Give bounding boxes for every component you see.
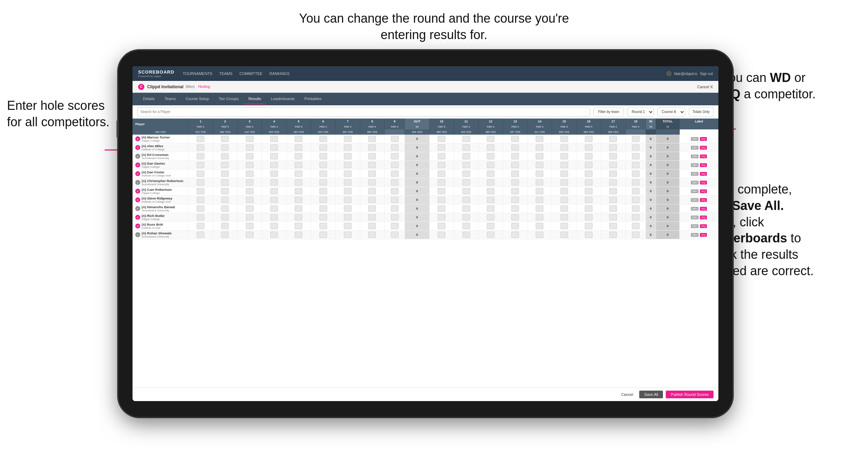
score-h9[interactable]	[384, 222, 405, 231]
nav-teams[interactable]: TEAMS	[219, 70, 233, 77]
score-input-h15[interactable]	[560, 171, 568, 177]
score-input-h18[interactable]	[632, 197, 640, 203]
score-h18[interactable]	[625, 213, 646, 222]
score-h2[interactable]	[213, 196, 237, 204]
score-h1[interactable]	[188, 161, 213, 170]
score-input-h4[interactable]	[270, 171, 278, 177]
dq-button[interactable]: DQ	[700, 198, 707, 202]
score-h6[interactable]	[311, 143, 335, 152]
score-input-h7[interactable]	[344, 144, 352, 151]
score-input-h3[interactable]	[246, 171, 254, 177]
score-input-h14[interactable]	[536, 214, 543, 220]
score-input-h17[interactable]	[609, 223, 617, 229]
score-h2[interactable]	[213, 178, 237, 187]
wd-button[interactable]: WD	[691, 181, 698, 184]
score-h2[interactable]	[213, 143, 237, 152]
score-h1[interactable]	[188, 170, 213, 178]
score-input-h10[interactable]	[438, 171, 445, 177]
score-input-h5[interactable]	[295, 188, 302, 194]
score-input-h6[interactable]	[319, 214, 327, 220]
score-h6[interactable]	[311, 213, 335, 222]
score-input-h4[interactable]	[270, 162, 278, 168]
score-input-h3[interactable]	[246, 144, 254, 151]
score-input-h1[interactable]	[197, 153, 204, 159]
score-input-h3[interactable]	[246, 205, 254, 212]
publish-button[interactable]: Publish Round Scores	[666, 391, 714, 398]
score-input-h8[interactable]	[368, 188, 376, 194]
score-h16[interactable]	[576, 222, 601, 231]
score-h4[interactable]	[262, 178, 286, 187]
score-input-h3[interactable]	[246, 232, 254, 238]
score-input-h12[interactable]	[487, 223, 495, 229]
score-h17[interactable]	[601, 222, 625, 231]
score-h15[interactable]	[552, 178, 576, 187]
score-h15[interactable]	[552, 204, 576, 213]
score-input-h8[interactable]	[368, 144, 376, 151]
score-input-h11[interactable]	[462, 223, 470, 229]
score-h2[interactable]	[213, 135, 237, 143]
score-h3[interactable]	[237, 135, 262, 143]
score-h8[interactable]	[360, 152, 384, 161]
nav-rankings[interactable]: RANKINGS	[270, 70, 289, 77]
score-h12[interactable]	[478, 213, 503, 222]
score-input-h15[interactable]	[560, 153, 568, 159]
score-h17[interactable]	[601, 170, 625, 178]
score-h10[interactable]	[429, 222, 454, 231]
score-h10[interactable]	[429, 161, 454, 170]
score-h4[interactable]	[262, 143, 286, 152]
score-h5[interactable]	[286, 152, 311, 161]
score-h12[interactable]	[478, 222, 503, 231]
score-h8[interactable]	[360, 161, 384, 170]
score-input-h8[interactable]	[368, 232, 376, 238]
score-input-h17[interactable]	[609, 188, 617, 194]
score-input-h14[interactable]	[536, 223, 543, 229]
score-h10[interactable]	[429, 213, 454, 222]
score-h14[interactable]	[527, 204, 552, 213]
score-input-h11[interactable]	[462, 162, 470, 168]
score-h2[interactable]	[213, 231, 237, 239]
score-h2[interactable]	[213, 204, 237, 213]
wd-button[interactable]: WD	[691, 224, 698, 228]
wd-button[interactable]: WD	[691, 137, 698, 141]
score-input-h8[interactable]	[368, 179, 376, 186]
score-h10[interactable]	[429, 135, 454, 143]
score-h8[interactable]	[360, 196, 384, 204]
score-h18[interactable]	[625, 204, 646, 213]
score-h13[interactable]	[503, 196, 527, 204]
score-h1[interactable]	[188, 231, 213, 239]
score-input-h1[interactable]	[197, 179, 204, 186]
score-input-h7[interactable]	[344, 188, 352, 194]
score-input-h1[interactable]	[197, 144, 204, 151]
score-input-h17[interactable]	[609, 136, 617, 142]
score-h11[interactable]	[454, 187, 478, 196]
score-h16[interactable]	[576, 213, 601, 222]
score-input-h7[interactable]	[344, 214, 352, 220]
score-input-h15[interactable]	[560, 232, 568, 238]
score-h14[interactable]	[527, 187, 552, 196]
score-h14[interactable]	[527, 178, 552, 187]
score-h13[interactable]	[503, 135, 527, 143]
score-input-h1[interactable]	[197, 214, 204, 220]
score-h12[interactable]	[478, 143, 503, 152]
score-input-h3[interactable]	[246, 197, 254, 203]
score-input-h6[interactable]	[319, 162, 327, 168]
score-input-h6[interactable]	[319, 232, 327, 238]
score-input-h16[interactable]	[585, 223, 592, 229]
score-input-h6[interactable]	[319, 188, 327, 194]
score-input-h11[interactable]	[462, 197, 470, 203]
score-h6[interactable]	[311, 204, 335, 213]
score-h8[interactable]	[360, 213, 384, 222]
course-select[interactable]: Course A	[657, 107, 685, 116]
score-h4[interactable]	[262, 204, 286, 213]
score-input-h12[interactable]	[487, 162, 495, 168]
score-h13[interactable]	[503, 152, 527, 161]
score-h3[interactable]	[237, 178, 262, 187]
score-h18[interactable]	[625, 161, 646, 170]
score-h16[interactable]	[576, 231, 601, 239]
score-h17[interactable]	[601, 187, 625, 196]
score-input-h6[interactable]	[319, 153, 327, 159]
score-input-h4[interactable]	[270, 179, 278, 186]
score-h13[interactable]	[503, 187, 527, 196]
score-input-h13[interactable]	[511, 205, 519, 212]
score-input-h2[interactable]	[221, 214, 229, 220]
